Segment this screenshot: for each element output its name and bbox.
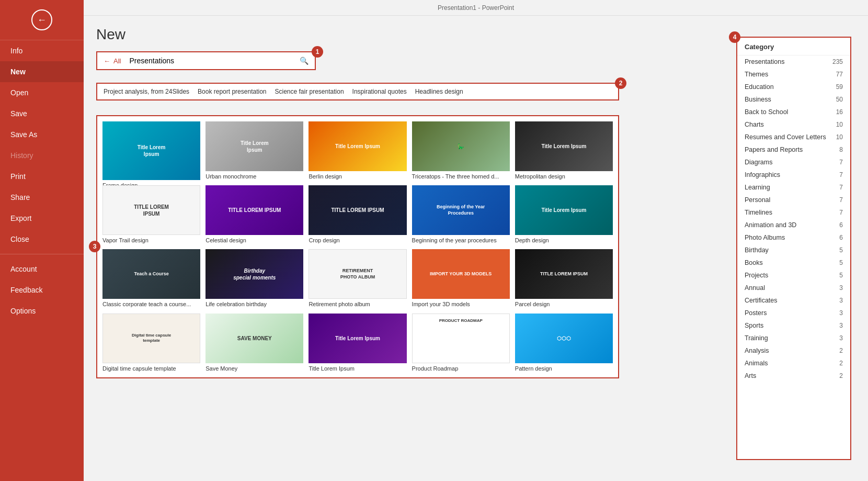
template-roadmap[interactable]: PRODUCT ROADMAP Product Roadmap [412, 314, 510, 372]
template-metro[interactable]: Title Lorem Ipsum Metropolitan design [515, 121, 613, 180]
template-thumb-urban: Title LoremIpsum [205, 121, 303, 171]
sidebar-item-new[interactable]: New [0, 61, 84, 82]
suggestion-3[interactable]: Inspirational quotes [352, 88, 415, 95]
category-animation3d[interactable]: Animation and 3D 6 [737, 219, 850, 231]
category-personal[interactable]: Personal 7 [737, 194, 850, 206]
titlebar: Presentation1 - PowerPoint [84, 0, 868, 16]
template-name-celestial: Celestial design [205, 237, 303, 244]
category-arts[interactable]: Arts 2 [737, 370, 850, 382]
template-name-roadmap: Product Roadmap [412, 365, 510, 372]
template-name-depth: Depth design [515, 237, 613, 244]
template-pattern[interactable]: ⬡⬡⬡ Pattern design [515, 314, 613, 372]
template-import3d[interactable]: IMPORT YOUR 3D MODELS Import your 3D mod… [412, 249, 510, 308]
template-name-teach: Classic corporate teach a course... [102, 301, 200, 308]
back-circle-icon[interactable]: ← [31, 9, 52, 30]
template-frame-design[interactable]: Title LoremIpsum Frame design [102, 121, 200, 180]
suggestion-0[interactable]: Project analysis, from 24Slides [104, 88, 198, 95]
category-panel: Category Presentations 235 Themes 77 Edu… [736, 37, 851, 460]
category-books[interactable]: Books 5 [737, 256, 850, 269]
template-thumb-teach: Teach a Course [102, 249, 200, 299]
sidebar-item-history: History [0, 145, 84, 166]
template-savemoney[interactable]: SAVE MONEY Save Money [205, 314, 303, 372]
content-area: New ← All 🔍 1 Project analysis, from 24S… [84, 16, 868, 481]
sidebar-item-save[interactable]: Save [0, 103, 84, 124]
template-thumb-parcel: TITLE LOREM IPSUM [515, 249, 613, 299]
template-teach[interactable]: Teach a Course Classic corporate teach a… [102, 249, 200, 308]
badge-2: 2 [615, 77, 626, 89]
category-themes[interactable]: Themes 77 [737, 68, 850, 81]
template-name-import3d: Import your 3D models [412, 301, 510, 308]
sidebar-divider [0, 254, 84, 254]
template-retirement[interactable]: RETIREMENTPHOTO ALBUM Retirement photo a… [309, 249, 406, 308]
template-name-metro: Metropolitan design [515, 173, 613, 180]
sidebar-item-feedback[interactable]: Feedback [0, 279, 84, 300]
sidebar-item-close[interactable]: Close [0, 229, 84, 250]
category-education[interactable]: Education 59 [737, 81, 850, 93]
category-presentations[interactable]: Presentations 235 [737, 55, 850, 68]
category-infographics[interactable]: Infographics 7 [737, 169, 850, 181]
category-projects[interactable]: Projects 5 [737, 269, 850, 282]
search-input[interactable] [127, 52, 293, 69]
sidebar-item-save-as[interactable]: Save As [0, 124, 84, 145]
left-main: New ← All 🔍 1 Project analysis, from 24S… [84, 16, 736, 481]
template-name-beginning: Beginning of the year procedures [412, 237, 510, 244]
all-label: All [113, 57, 121, 65]
template-berlin[interactable]: Title Lorem Ipsum Berlin design [309, 121, 406, 180]
suggestion-2[interactable]: Science fair presentation [275, 88, 352, 95]
template-urban[interactable]: Title LoremIpsum Urban monochrome [205, 121, 303, 180]
template-beginning[interactable]: Beginning of the YearProcedures Beginnin… [412, 185, 510, 244]
template-name-capsule: Digital time capsule template [102, 365, 200, 372]
sidebar-item-open[interactable]: Open [0, 82, 84, 103]
template-purple[interactable]: Title Lorem Ipsum Title Lorem Ipsum [309, 314, 406, 372]
page-title: New [96, 26, 724, 43]
category-resumes[interactable]: Resumes and Cover Letters 10 [737, 131, 850, 143]
suggestion-4[interactable]: Headlines design [415, 88, 472, 95]
back-all-link[interactable]: ← All [97, 53, 127, 69]
category-analysis[interactable]: Analysis 2 [737, 344, 850, 357]
template-thumb-pattern: ⬡⬡⬡ [515, 314, 613, 363]
category-certificates[interactable]: Certificates 3 [737, 294, 850, 307]
category-back-to-school[interactable]: Back to School 16 [737, 106, 850, 118]
category-papers[interactable]: Papers and Reports 8 [737, 143, 850, 156]
template-birthday[interactable]: Birthdayspecial moments Life celebration… [205, 249, 303, 308]
sidebar-item-account[interactable]: Account [0, 259, 84, 279]
template-thumb-berlin: Title Lorem Ipsum [309, 121, 406, 171]
category-diagrams[interactable]: Diagrams 7 [737, 156, 850, 169]
category-timelines[interactable]: Timelines 7 [737, 206, 850, 219]
category-birthday[interactable]: Birthday 5 [737, 244, 850, 256]
template-capsule[interactable]: Digital time capsuletemplate Digital tim… [102, 314, 200, 372]
template-name-birthday: Life celebration birthday [205, 301, 303, 308]
category-animals[interactable]: Animals 2 [737, 357, 850, 370]
category-charts[interactable]: Charts 10 [737, 118, 850, 131]
suggestion-1[interactable]: Book report presentation [198, 88, 275, 95]
back-arrow-icon: ← [104, 57, 110, 65]
template-name-savemoney: Save Money [205, 365, 303, 372]
sidebar-item-info[interactable]: Info [0, 40, 84, 61]
sidebar-item-print[interactable]: Print [0, 166, 84, 187]
search-button[interactable]: 🔍 [293, 52, 315, 69]
sidebar-item-share[interactable]: Share [0, 187, 84, 208]
template-thumb-purple: Title Lorem Ipsum [309, 314, 406, 363]
template-depth[interactable]: Title Lorem Ipsum Depth design [515, 185, 613, 244]
category-posters[interactable]: Posters 3 [737, 307, 850, 319]
template-thumb-triceratops: 🦕 [412, 121, 510, 171]
sidebar: ← Info New Open Save Save As History Pri… [0, 0, 84, 481]
template-vapor[interactable]: TITLE LOREMIPSUM Vapor Trail design [102, 185, 200, 244]
category-training[interactable]: Training 3 [737, 332, 850, 344]
sidebar-item-export[interactable]: Export [0, 208, 84, 229]
back-button[interactable]: ← [0, 0, 84, 40]
category-business[interactable]: Business 50 [737, 93, 850, 106]
template-name-retirement: Retirement photo album [309, 301, 406, 308]
category-header: Category [737, 38, 850, 55]
template-crop[interactable]: TITLE LOREM IPSUM Crop design [309, 185, 406, 244]
template-triceratops[interactable]: 🦕 Triceratops - The three horned d... [412, 121, 510, 180]
template-thumb-frame: Title LoremIpsum [102, 121, 200, 180]
template-celestial[interactable]: TITLE LOREM IPSUM Celestial design [205, 185, 303, 244]
category-photo-albums[interactable]: Photo Albums 6 [737, 231, 850, 244]
category-sports[interactable]: Sports 3 [737, 319, 850, 332]
category-learning[interactable]: Learning 7 [737, 181, 850, 194]
sidebar-item-options[interactable]: Options [0, 300, 84, 321]
template-parcel[interactable]: TITLE LOREM IPSUM Parcel design [515, 249, 613, 308]
category-label-themes: Themes [745, 71, 768, 78]
category-annual[interactable]: Annual 3 [737, 282, 850, 294]
